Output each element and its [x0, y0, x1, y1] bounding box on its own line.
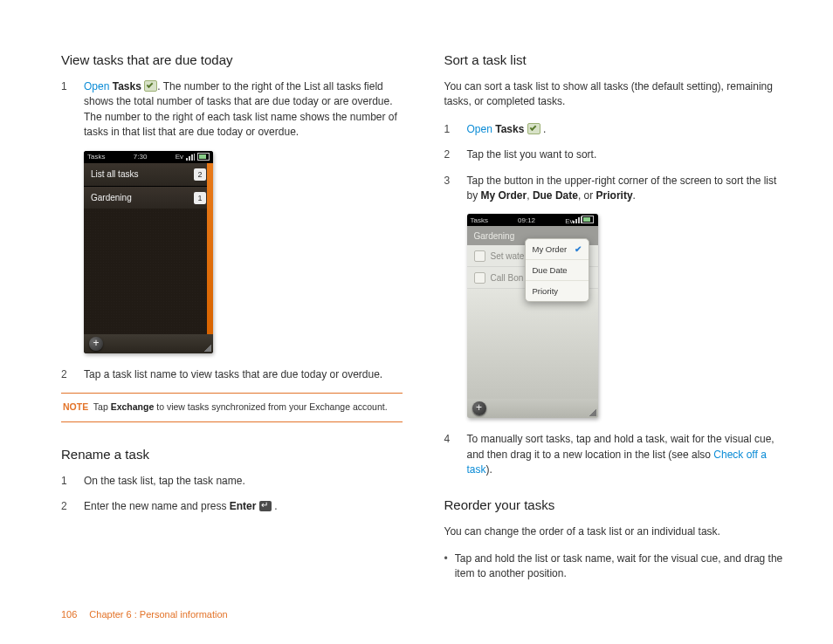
- right-column: Sort a task list You can sort a task lis…: [444, 52, 786, 582]
- row-gardening: Gardening 1: [84, 187, 213, 210]
- sb-time: 09:12: [518, 216, 535, 224]
- view-step-2: 2 Tap a task list name to view tasks tha…: [61, 367, 403, 382]
- resize-corner-icon: [589, 409, 596, 416]
- chapter-label: Chapter 6 : Personal information: [89, 609, 227, 620]
- open-link-2[interactable]: Open: [467, 123, 492, 135]
- battery-icon: [197, 153, 210, 161]
- tasks-label: Tasks: [113, 80, 141, 92]
- checkmark-icon: ✔: [575, 244, 582, 254]
- sb-time: 7:30: [134, 153, 148, 161]
- screenshot-sort-menu: Tasks 09:12 Ev Gardening Set wate Call B…: [467, 214, 598, 418]
- checkbox-icon: [474, 250, 485, 262]
- badge-gardening: 1: [194, 192, 206, 204]
- resize-corner-icon: [204, 345, 211, 352]
- rename-step-1: 1 On the task list, tap the task name.: [61, 474, 403, 489]
- menu-item-priority: Priority: [526, 281, 589, 301]
- sort-step-4: 4 To manually sort tasks, tap and hold a…: [444, 432, 786, 477]
- tasks-app-icon: [527, 123, 540, 134]
- add-button: +: [472, 401, 486, 415]
- note-label: NOTE: [63, 401, 88, 412]
- badge-all: 2: [194, 168, 206, 181]
- screenshot-list-all-tasks: Tasks 7:30 Ev List all tasks 2 Gardening…: [84, 151, 213, 353]
- sort-step-3: 3 Tap the button in the upper-right corn…: [444, 174, 786, 204]
- open-link[interactable]: Open: [84, 80, 109, 92]
- left-column: View tasks that are due today 1 Open Tas…: [61, 52, 403, 582]
- heading-reorder-tasks: Reorder your tasks: [444, 497, 786, 512]
- reorder-intro: You can change the order of a task list …: [444, 524, 786, 539]
- heading-rename-task: Rename a task: [61, 447, 403, 462]
- row-list-all-tasks: List all tasks 2: [84, 163, 213, 187]
- heading-sort-task-list: Sort a task list: [444, 52, 786, 67]
- page-footer: 106Chapter 6 : Personal information: [61, 609, 228, 620]
- signal-icon: [186, 154, 195, 161]
- note-box: NOTE Tap Exchange to view tasks synchron…: [61, 394, 403, 422]
- menu-item-due-date: Due Date: [526, 260, 589, 281]
- sort-popup-menu: My Order✔ Due Date Priority: [525, 238, 589, 302]
- heading-view-tasks: View tasks that are due today: [61, 52, 403, 67]
- scroll-indicator: [207, 163, 213, 334]
- view-step-1: 1 Open Tasks . The number to the right o…: [61, 79, 403, 140]
- battery-icon: [582, 216, 594, 223]
- sort-step-2: 2 Tap the list you want to sort.: [444, 147, 786, 162]
- page-number: 106: [61, 609, 77, 620]
- menu-item-my-order: My Order✔: [526, 239, 589, 260]
- sb-app-name: Tasks: [87, 153, 105, 161]
- sb-app-name: Tasks: [471, 216, 488, 224]
- signal-icon: [573, 216, 582, 223]
- enter-key-icon: [259, 501, 272, 511]
- add-button: +: [89, 337, 103, 351]
- rename-step-2: 2 Enter the new name and press Enter .: [61, 499, 403, 514]
- checkbox-icon: [474, 272, 485, 284]
- sort-step-1: 1 Open Tasks .: [444, 122, 786, 137]
- tasks-app-icon: [144, 80, 157, 92]
- sort-intro: You can sort a task list to show all tas…: [444, 79, 786, 110]
- reorder-bullet: Tap and hold the list or task name, wait…: [444, 552, 786, 582]
